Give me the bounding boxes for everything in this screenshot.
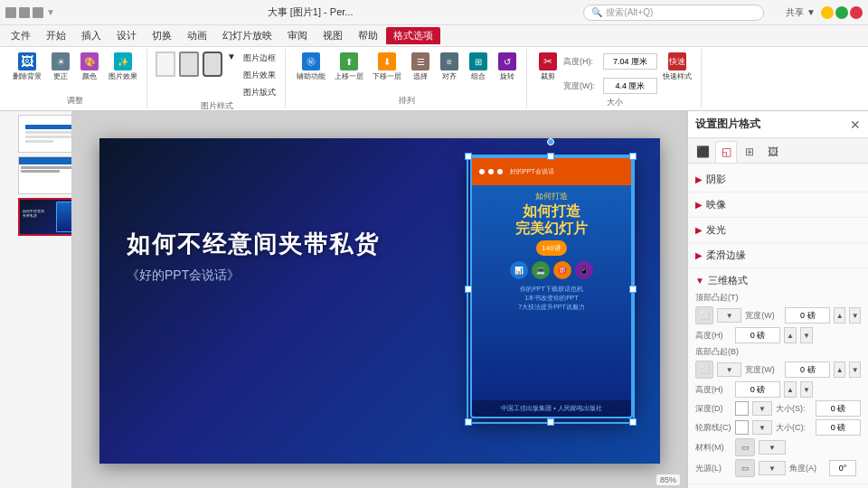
panel-section-shadow: ▶ 阴影 <box>688 167 868 192</box>
picture-effect-button[interactable]: 图片效果 <box>240 68 279 83</box>
picture-border-button[interactable]: 图片边框 <box>240 51 279 66</box>
depth-size-input[interactable] <box>816 400 861 417</box>
panel-close-button[interactable]: ✕ <box>850 117 861 132</box>
tab-animation[interactable]: 动画 <box>180 27 214 44</box>
material-dropdown[interactable]: ▼ <box>759 440 786 455</box>
quick-access-toolbar[interactable]: ▼ <box>5 7 55 18</box>
handle-br[interactable] <box>629 418 637 426</box>
tab-view[interactable]: 视图 <box>316 27 350 44</box>
tab-transitions[interactable]: 切换 <box>145 27 179 44</box>
bottom-bevel-width-input[interactable] <box>785 361 830 378</box>
tab-insert[interactable]: 插入 <box>74 27 108 44</box>
bevel-height-down[interactable]: ▼ <box>800 327 813 343</box>
bottom-bevel-dropdown[interactable]: ▼ <box>717 362 741 377</box>
contour-color[interactable] <box>735 420 749 435</box>
minimize-button[interactable] <box>821 6 834 19</box>
contour-size-input[interactable] <box>816 419 861 436</box>
bevel-height-up[interactable]: ▲ <box>784 327 797 343</box>
panel-tab-fill[interactable]: ⬛ <box>692 141 713 163</box>
style-1[interactable] <box>155 51 176 100</box>
close-button[interactable] <box>850 6 863 19</box>
tab-help[interactable]: 帮助 <box>351 27 385 44</box>
tab-file[interactable]: 文件 <box>4 27 38 44</box>
slide-thumbnail-2[interactable] <box>18 156 72 194</box>
undo-icon[interactable] <box>19 7 30 18</box>
panel-body: ▶ 阴影 ▶ 映像 ▶ 发光 ▶ <box>688 164 868 488</box>
panel-tab-picture[interactable]: 🖼 <box>762 141 784 163</box>
share-button[interactable]: 共享 ▼ <box>786 6 816 19</box>
bevel-width-up[interactable]: ▲ <box>834 307 845 324</box>
contour-dropdown[interactable]: ▼ <box>752 420 772 435</box>
bottom-bevel-height-down[interactable]: ▼ <box>800 381 813 398</box>
bevel-width-down[interactable]: ▼ <box>849 307 861 324</box>
corrections-button[interactable]: ☀ 更正 <box>47 51 74 95</box>
save-icon[interactable] <box>5 7 16 18</box>
bottom-bevel-width-down[interactable]: ▼ <box>849 361 861 378</box>
crop-button[interactable]: ✂ 裁剪 <box>534 51 561 97</box>
depth-color-dropdown[interactable]: ▼ <box>752 401 772 416</box>
bevel-height-input[interactable] <box>735 327 780 343</box>
section-3d-format-header[interactable]: ▼ 三维格式 <box>695 272 861 289</box>
poster-badge: 140讲 <box>536 240 566 256</box>
slide-thumbnail-1[interactable] <box>18 115 72 153</box>
color-button[interactable]: 🎨 颜色 <box>76 51 103 95</box>
light-select[interactable]: ▭ <box>735 459 755 477</box>
remove-bg-button[interactable]: 🖼 删除背景 <box>9 51 45 95</box>
canvas-area[interactable]: 如何不经意间夹带私货 《好的PPT会说话》 好的PPT会说话 如何打造 如何打造… <box>72 111 687 488</box>
smartart-button[interactable]: 快速 快速样式 <box>659 51 695 97</box>
panel-header: 设置图片格式 ✕ <box>688 111 868 138</box>
bottom-bevel-width-up[interactable]: ▲ <box>834 361 845 378</box>
right-panel: 设置图片格式 ✕ ⬛ ◱ ⊞ 🖼 ▶ 阴影 ▶ 映像 <box>687 111 868 488</box>
redo-icon[interactable] <box>33 7 43 18</box>
section-reflection-header[interactable]: ▶ 映像 <box>695 196 861 213</box>
bevel-style-select[interactable]: ⬜ <box>695 306 713 324</box>
section-shadow-header[interactable]: ▶ 阴影 <box>695 171 861 188</box>
tab-slideshow[interactable]: 幻灯片放映 <box>215 27 279 44</box>
width-input[interactable] <box>603 78 657 94</box>
depth-color[interactable] <box>735 401 749 416</box>
style-more[interactable]: ▼ <box>225 51 238 100</box>
panel-tab-effects[interactable]: ◱ <box>715 141 737 163</box>
bevel-width-input[interactable] <box>785 307 830 324</box>
poster-header: 好的PPT会说话 <box>472 158 631 185</box>
ribbon-group-background: 🖼 删除背景 ☀ 更正 🎨 颜色 ✨ 图片效果 调整 <box>4 49 147 108</box>
bottom-bevel-row: 底部凸起(B) <box>695 346 861 358</box>
bottom-bevel-height-input[interactable] <box>735 381 780 398</box>
rotate-button[interactable]: ↺ 旋转 <box>494 51 521 95</box>
handle-bc[interactable] <box>547 418 554 426</box>
bring-forward-button[interactable]: ⬆ 上移一层 <box>331 51 367 95</box>
effects-button[interactable]: ✨ 图片效果 <box>105 51 141 95</box>
rotate-handle[interactable] <box>547 138 554 145</box>
section-glow-header[interactable]: ▶ 发光 <box>695 221 861 239</box>
window-controls[interactable]: 共享 ▼ <box>786 6 863 19</box>
picture-layout-button[interactable]: 图片版式 <box>240 85 279 100</box>
search-bar[interactable]: 🔍 搜索(Alt+Q) <box>583 5 764 21</box>
maximize-button[interactable] <box>835 6 848 19</box>
alt-text-button[interactable]: ㊙ 辅助功能 <box>293 51 329 95</box>
section-soft-edges-header[interactable]: ▶ 柔滑边缘 <box>695 247 861 264</box>
style-3[interactable] <box>202 51 223 100</box>
search-icon: 🔍 <box>591 7 602 17</box>
group-button[interactable]: ⊞ 组合 <box>465 51 492 95</box>
handle-bl[interactable] <box>465 418 472 426</box>
bevel-dropdown[interactable]: ▼ <box>717 308 741 323</box>
bottom-bevel-style[interactable]: ⬜ <box>695 361 713 379</box>
tab-review[interactable]: 审阅 <box>280 27 315 44</box>
slide-thumbnail-3[interactable]: 如何不经意间 夹带私货 <box>18 198 72 236</box>
poster-image[interactable]: 好的PPT会说话 如何打造 如何打造 完美幻灯片 140讲 📊 💻 🎯 <box>470 156 633 418</box>
tab-format[interactable]: 格式选项 <box>386 27 440 44</box>
tab-start[interactable]: 开始 <box>39 27 73 44</box>
panel-tab-size[interactable]: ⊞ <box>739 141 760 163</box>
light-dropdown[interactable]: ▼ <box>759 461 786 475</box>
style-2[interactable] <box>178 51 200 100</box>
bottom-bevel-height-up[interactable]: ▲ <box>784 381 797 398</box>
light-angle-input[interactable] <box>829 460 856 476</box>
tab-design[interactable]: 设计 <box>109 27 144 44</box>
selection-pane-button[interactable]: ☰ 选择 <box>407 51 434 95</box>
poster-footer: 中国工信出版集团 • 人民邮电出版社 <box>472 400 631 417</box>
slide-title: 如何不经意间夹带私货 <box>127 229 380 260</box>
align-button[interactable]: ≡ 对齐 <box>436 51 463 95</box>
send-backward-button[interactable]: ⬇ 下移一层 <box>369 51 405 95</box>
height-input[interactable] <box>603 53 657 70</box>
material-select[interactable]: ▭ <box>735 438 755 456</box>
